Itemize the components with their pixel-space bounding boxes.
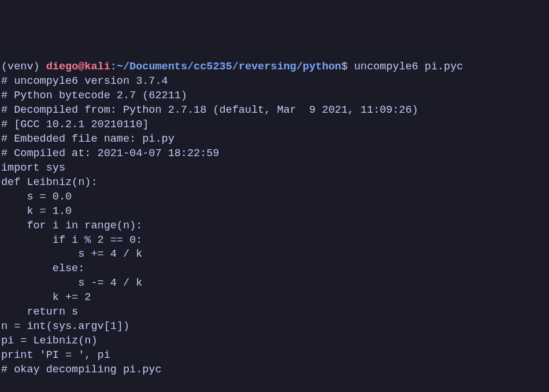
output-line: k = 1.0 <box>1 205 548 219</box>
output-container: # uncompyle6 version 3.7.4# Python bytec… <box>1 75 548 378</box>
output-line: for i in range(n): <box>1 219 548 234</box>
terminal-window[interactable]: (venv) diego@kali:~/Documents/cc5235/rev… <box>0 58 549 380</box>
colon-separator: : <box>110 61 117 73</box>
venv-indicator: (venv) <box>1 61 46 73</box>
output-line: return s <box>1 305 548 320</box>
output-line: n = int(sys.argv[1]) <box>1 320 548 334</box>
command-text: uncompyle6 pi.pyc <box>354 61 463 73</box>
current-path: ~/Documents/cc5235/reversing/python <box>117 61 342 73</box>
hostname: kali <box>84 61 110 73</box>
output-line: def Leibniz(n): <box>1 176 548 190</box>
output-line: if i % 2 == 0: <box>1 234 548 248</box>
username: diego <box>46 61 79 73</box>
prompt-dollar: $ <box>341 61 354 73</box>
output-line: # uncompyle6 version 3.7.4 <box>1 75 548 89</box>
output-line: s -= 4 / k <box>1 276 548 291</box>
output-line: # Decompiled from: Python 2.7.18 (defaul… <box>1 103 548 118</box>
output-line: s = 0.0 <box>1 190 548 205</box>
output-line: # Python bytecode 2.7 (62211) <box>1 89 548 103</box>
output-line: import sys <box>1 161 548 176</box>
at-symbol: @ <box>78 61 84 73</box>
output-line: s += 4 / k <box>1 247 548 262</box>
output-line: # Embedded file name: pi.py <box>1 132 548 147</box>
output-line: # [GCC 10.2.1 20210110] <box>1 118 548 132</box>
output-line: print 'PI = ', pi <box>1 349 548 363</box>
output-line: k += 2 <box>1 291 548 305</box>
output-line: pi = Leibniz(n) <box>1 334 548 349</box>
output-line: else: <box>1 262 548 276</box>
prompt-line: (venv) diego@kali:~/Documents/cc5235/rev… <box>1 60 548 75</box>
output-line: # Compiled at: 2021-04-07 18:22:59 <box>1 147 548 161</box>
output-line: # okay decompiling pi.pyc <box>1 363 548 378</box>
